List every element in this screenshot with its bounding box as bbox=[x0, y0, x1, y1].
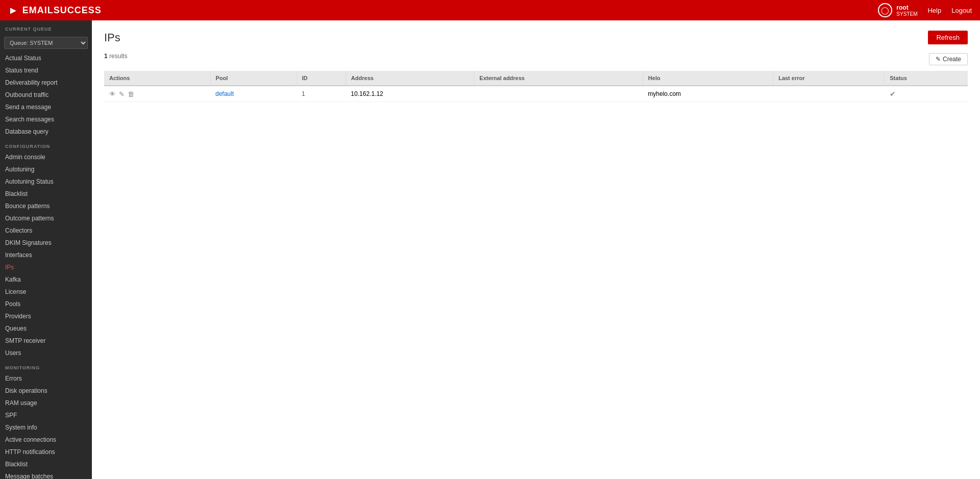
col-helo: Helo bbox=[643, 71, 773, 86]
sidebar-item-system-info[interactable]: System info bbox=[0, 421, 92, 434]
user-info: ◯ root SYSTEM bbox=[878, 3, 917, 17]
refresh-button[interactable]: Refresh bbox=[928, 31, 968, 44]
table-body: 👁 ✎ 🗑 default110.162.1.12myhelo.com✔ bbox=[104, 86, 968, 102]
sidebar-item-autotuning[interactable]: Autotuning bbox=[0, 163, 92, 175]
pool-link[interactable]: default bbox=[215, 90, 234, 97]
sidebar-item-outbound-traffic[interactable]: Outbound traffic bbox=[0, 89, 92, 101]
table-header-row: Actions Pool ID Address External address… bbox=[104, 71, 968, 86]
sidebar-item-ips[interactable]: IPs bbox=[0, 261, 92, 273]
sidebar-item-database-query[interactable]: Database query bbox=[0, 125, 92, 138]
row-external-address bbox=[474, 86, 643, 102]
sidebar-item-smtp-receiver[interactable]: SMTP receiver bbox=[0, 335, 92, 347]
configuration-items: Admin consoleAutotuningAutotuning Status… bbox=[0, 151, 92, 359]
queue-selector[interactable]: Queue: SYSTEM bbox=[4, 37, 88, 49]
page-title: IPs bbox=[104, 31, 120, 44]
table-row: 👁 ✎ 🗑 default110.162.1.12myhelo.com✔ bbox=[104, 86, 968, 102]
delete-icon[interactable]: 🗑 bbox=[128, 90, 134, 98]
user-role: SYSTEM bbox=[896, 11, 917, 17]
sidebar-item-actual-status[interactable]: Actual Status bbox=[0, 52, 92, 64]
sidebar-item-providers[interactable]: Providers bbox=[0, 310, 92, 322]
row-pool: default bbox=[210, 86, 297, 102]
create-label: Create bbox=[943, 56, 961, 63]
main-layout: CURRENT QUEUE Queue: SYSTEM Actual Statu… bbox=[0, 20, 980, 479]
logout-link[interactable]: Logout bbox=[951, 7, 972, 14]
sidebar-item-spf[interactable]: SPF bbox=[0, 409, 92, 421]
current-queue-section-label: CURRENT QUEUE bbox=[0, 20, 92, 34]
sidebar-item-errors[interactable]: Errors bbox=[0, 372, 92, 385]
sidebar-item-outcome-patterns[interactable]: Outcome patterns bbox=[0, 212, 92, 224]
col-status: Status bbox=[885, 71, 968, 86]
sidebar-item-send-message[interactable]: Send a message bbox=[0, 101, 92, 113]
sidebar-item-active-connections[interactable]: Active connections bbox=[0, 434, 92, 446]
view-icon[interactable]: 👁 bbox=[109, 90, 116, 98]
sidebar-item-dkim-signatures[interactable]: DKIM Signatures bbox=[0, 237, 92, 249]
results-label: results bbox=[109, 53, 127, 60]
logo-arrow-icon: ► bbox=[8, 5, 18, 16]
sidebar-item-blacklist-monitoring[interactable]: Blacklist bbox=[0, 458, 92, 470]
sidebar-item-autotuning-status[interactable]: Autotuning Status bbox=[0, 175, 92, 188]
logo-container: ► EMAILSUCCESS bbox=[8, 5, 102, 16]
ips-table: Actions Pool ID Address External address… bbox=[104, 71, 968, 102]
header-actions: Refresh bbox=[928, 31, 968, 44]
row-actions: 👁 ✎ 🗑 bbox=[104, 86, 210, 102]
col-actions: Actions bbox=[104, 71, 210, 86]
user-avatar: ◯ bbox=[878, 3, 892, 17]
page-header: IPs Refresh bbox=[104, 31, 968, 44]
main-content: IPs Refresh 1 results ✎ Create Actions P… bbox=[92, 20, 980, 479]
col-address: Address bbox=[346, 71, 474, 86]
col-id: ID bbox=[297, 71, 346, 86]
help-link[interactable]: Help bbox=[927, 7, 941, 14]
table-header: Actions Pool ID Address External address… bbox=[104, 71, 968, 86]
sidebar-item-users[interactable]: Users bbox=[0, 347, 92, 359]
sidebar-item-ram-usage[interactable]: RAM usage bbox=[0, 397, 92, 409]
status-ok-icon: ✔ bbox=[890, 90, 896, 98]
edit-icon[interactable]: ✎ bbox=[119, 90, 125, 98]
sidebar: CURRENT QUEUE Queue: SYSTEM Actual Statu… bbox=[0, 20, 92, 479]
create-icon: ✎ bbox=[936, 56, 941, 63]
sidebar-item-admin-console[interactable]: Admin console bbox=[0, 151, 92, 163]
col-pool: Pool bbox=[210, 71, 297, 86]
sidebar-item-status-trend[interactable]: Status trend bbox=[0, 64, 92, 77]
row-helo: myhelo.com bbox=[643, 86, 773, 102]
monitoring-section-label: MONITORING bbox=[0, 359, 92, 372]
row-last-error bbox=[773, 86, 885, 102]
sidebar-item-queues[interactable]: Queues bbox=[0, 322, 92, 335]
top-navigation: ► EMAILSUCCESS ◯ root SYSTEM Help Logout bbox=[0, 0, 980, 20]
sidebar-item-disk-operations[interactable]: Disk operations bbox=[0, 385, 92, 397]
results-count: 1 results bbox=[104, 53, 127, 60]
results-number: 1 bbox=[104, 53, 108, 60]
sidebar-item-kafka[interactable]: Kafka bbox=[0, 273, 92, 286]
col-external-address: External address bbox=[474, 71, 643, 86]
row-address: 10.162.1.12 bbox=[346, 86, 474, 102]
configuration-section-label: CONFIGURATION bbox=[0, 138, 92, 151]
sidebar-item-interfaces[interactable]: Interfaces bbox=[0, 249, 92, 261]
logo-text: EMAILSUCCESS bbox=[22, 5, 102, 16]
row-id: 1 bbox=[297, 86, 346, 102]
col-last-error: Last error bbox=[773, 71, 885, 86]
sidebar-item-collectors[interactable]: Collectors bbox=[0, 224, 92, 237]
sidebar-item-search-messages[interactable]: Search messages bbox=[0, 113, 92, 125]
monitoring-items: ErrorsDisk operationsRAM usageSPFSystem … bbox=[0, 372, 92, 479]
row-status: ✔ bbox=[885, 86, 968, 102]
sidebar-item-bounce-patterns[interactable]: Bounce patterns bbox=[0, 200, 92, 212]
top-nav-right: ◯ root SYSTEM Help Logout bbox=[878, 3, 972, 17]
sidebar-item-message-batches[interactable]: Message batches bbox=[0, 470, 92, 479]
sidebar-item-pools[interactable]: Pools bbox=[0, 298, 92, 310]
sidebar-item-http-notifications[interactable]: HTTP notifications bbox=[0, 446, 92, 458]
sidebar-item-blacklist[interactable]: Blacklist bbox=[0, 188, 92, 200]
user-details: root SYSTEM bbox=[896, 4, 917, 17]
sidebar-item-deliverability-report[interactable]: Deliverability report bbox=[0, 77, 92, 89]
create-button[interactable]: ✎ Create bbox=[929, 53, 968, 65]
current-queue-items: Actual StatusStatus trendDeliverability … bbox=[0, 52, 92, 138]
sidebar-item-license[interactable]: License bbox=[0, 286, 92, 298]
user-name: root bbox=[896, 4, 917, 11]
id-link[interactable]: 1 bbox=[302, 90, 305, 97]
